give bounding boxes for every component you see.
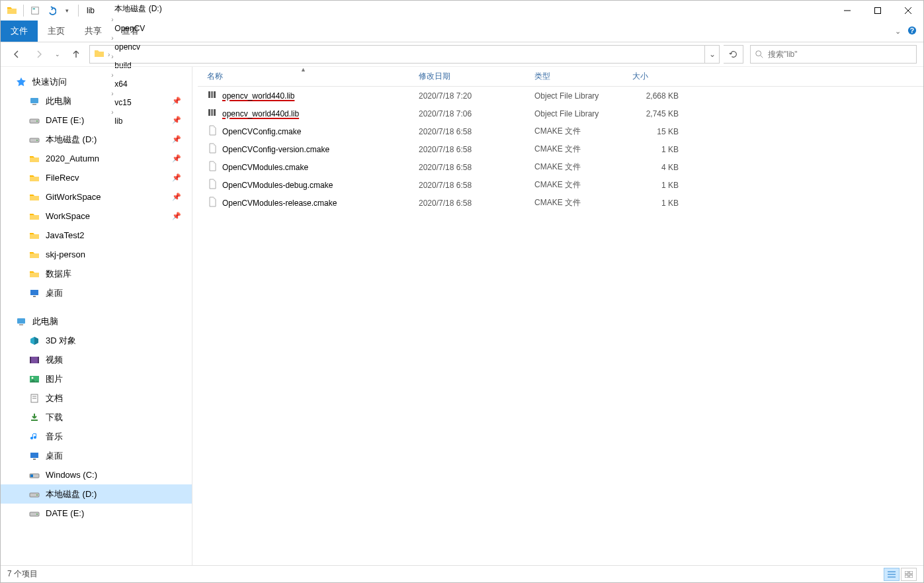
- breadcrumb-item[interactable]: OpenCV: [110, 24, 165, 33]
- nav-recent-dropdown[interactable]: ⌄: [52, 45, 63, 64]
- svg-rect-40: [208, 109, 210, 116]
- svg-rect-38: [211, 91, 213, 98]
- minimize-button[interactable]: [832, 1, 862, 21]
- file-icon: [207, 125, 218, 138]
- sidebar-item[interactable]: 数据库: [1, 264, 192, 283]
- nav-forward-button[interactable]: [30, 45, 48, 64]
- close-button[interactable]: [893, 1, 923, 21]
- col-header-size[interactable]: 大小: [623, 67, 689, 86]
- sidebar-item[interactable]: 本地磁盘 (D:): [1, 484, 192, 504]
- folder-icon: [28, 173, 40, 183]
- search-input[interactable]: 搜索"lib": [750, 45, 917, 64]
- address-dropdown-icon[interactable]: ⌄: [704, 46, 719, 63]
- sidebar-item[interactable]: 音乐: [1, 427, 192, 446]
- file-row[interactable]: opencv_world440.lib2020/7/18 7:20Object …: [198, 87, 923, 105]
- sidebar[interactable]: 快速访问此电脑📌DATE (E:)📌本地磁盘 (D:)📌2020_Autumn📌…: [1, 67, 192, 565]
- sidebar-item[interactable]: skj-person: [1, 245, 192, 264]
- pin-icon: 📌: [172, 173, 181, 182]
- music-icon: [28, 431, 40, 442]
- tab-home[interactable]: 主页: [38, 21, 75, 42]
- refresh-button[interactable]: [724, 45, 743, 64]
- qat-properties-icon[interactable]: [28, 3, 42, 18]
- file-date: 2020/7/18 6:58: [409, 163, 525, 172]
- file-row[interactable]: OpenCVModules-debug.cmake2020/7/18 6:58C…: [198, 176, 923, 194]
- sidebar-item[interactable]: 桌面: [1, 283, 192, 302]
- sidebar-item[interactable]: 图片: [1, 369, 192, 388]
- sidebar-item[interactable]: 本地磁盘 (D:)📌: [1, 130, 192, 149]
- breadcrumb-sep[interactable]: ›: [110, 0, 114, 3]
- file-icon: [207, 161, 218, 173]
- col-header-name[interactable]: 名称▲: [198, 67, 409, 86]
- breadcrumb-sep[interactable]: ›: [110, 34, 114, 42]
- divider: [78, 5, 79, 17]
- maximize-button[interactable]: [862, 1, 893, 21]
- svg-rect-46: [905, 571, 908, 574]
- file-icon: [207, 179, 218, 191]
- file-row[interactable]: OpenCVConfig.cmake2020/7/18 6:58CMAKE 文件…: [198, 122, 923, 140]
- sidebar-item[interactable]: DATE (E:): [1, 504, 192, 523]
- file-row[interactable]: OpenCVModules-release.cmake2020/7/18 6:5…: [198, 194, 923, 212]
- search-placeholder: 搜索"lib": [768, 49, 798, 60]
- sidebar-this-pc[interactable]: 此电脑: [1, 312, 192, 331]
- file-date: 2020/7/18 7:06: [409, 109, 525, 118]
- svg-rect-37: [208, 91, 210, 98]
- desktop-icon: [28, 288, 40, 298]
- sidebar-item[interactable]: DATE (E:)📌: [1, 111, 192, 130]
- sidebar-item[interactable]: FileRecv📌: [1, 168, 192, 187]
- file-row[interactable]: OpenCVConfig-version.cmake2020/7/18 6:58…: [198, 140, 923, 158]
- ribbon-expand-icon[interactable]: ⌄: [895, 27, 901, 36]
- file-name: opencv_world440.lib: [222, 91, 294, 101]
- svg-rect-17: [33, 296, 36, 297]
- file-row[interactable]: OpenCVModules.cmake2020/7/18 6:58CMAKE 文…: [198, 158, 923, 176]
- file-row[interactable]: opencv_world440d.lib2020/7/18 7:06Object…: [198, 105, 923, 122]
- sidebar-item[interactable]: WorkSpace📌: [1, 206, 192, 226]
- view-details-button[interactable]: [884, 568, 900, 581]
- sidebar-item[interactable]: Windows (C:): [1, 465, 192, 484]
- qat-undo-icon[interactable]: [44, 3, 58, 18]
- sidebar-quick-access[interactable]: 快速访问: [1, 72, 192, 91]
- sidebar-item[interactable]: 3D 对象: [1, 331, 192, 350]
- svg-rect-48: [905, 575, 908, 578]
- pin-icon: 📌: [172, 212, 181, 220]
- docs-icon: [28, 393, 40, 404]
- help-icon[interactable]: ?: [907, 26, 917, 37]
- lib-icon: [207, 89, 218, 102]
- sidebar-item[interactable]: 下载: [1, 408, 192, 427]
- svg-point-24: [32, 377, 34, 379]
- address-bar[interactable]: › 此电脑›本地磁盘 (D:)›OpenCV›opencv›build›x64›…: [89, 45, 720, 64]
- svg-rect-16: [30, 290, 38, 295]
- sidebar-item[interactable]: JavaTest2: [1, 226, 192, 245]
- col-header-type[interactable]: 类型: [525, 67, 623, 86]
- svg-rect-42: [214, 109, 216, 116]
- sidebar-item[interactable]: 文档: [1, 388, 192, 408]
- svg-rect-10: [30, 98, 38, 103]
- folder-icon: [28, 211, 40, 222]
- file-name: OpenCVModules-debug.cmake: [222, 181, 333, 190]
- breadcrumb-sep[interactable]: ›: [110, 16, 114, 23]
- folder-icon: [5, 3, 19, 18]
- breadcrumb-sep[interactable]: ›: [110, 53, 114, 60]
- file-name: OpenCVModules.cmake: [222, 163, 308, 172]
- file-list[interactable]: 名称▲ 修改日期 类型 大小 opencv_world440.lib2020/7…: [198, 67, 923, 565]
- sidebar-item[interactable]: 视频: [1, 350, 192, 369]
- splitter[interactable]: [192, 67, 198, 565]
- tab-file[interactable]: 文件: [1, 21, 38, 42]
- col-header-date[interactable]: 修改日期: [409, 67, 525, 86]
- nav-back-button[interactable]: [7, 45, 26, 64]
- sidebar-item[interactable]: 桌面: [1, 446, 192, 465]
- qat-dropdown-icon[interactable]: ▾: [60, 3, 74, 18]
- tab-share[interactable]: 共享: [75, 21, 112, 42]
- sidebar-item[interactable]: 此电脑📌: [1, 91, 192, 111]
- breadcrumb-item[interactable]: opencv: [110, 42, 165, 52]
- svg-text:?: ?: [910, 26, 914, 34]
- nav-up-button[interactable]: [67, 45, 85, 64]
- file-size: 4 KB: [623, 163, 689, 172]
- sidebar-item[interactable]: GitWorkSpace📌: [1, 187, 192, 206]
- view-thumbnails-button[interactable]: [901, 568, 917, 581]
- svg-point-13: [36, 120, 38, 122]
- sidebar-item[interactable]: 2020_Autumn📌: [1, 149, 192, 168]
- svg-rect-30: [33, 459, 36, 460]
- breadcrumb-item[interactable]: 本地磁盘 (D:): [110, 3, 165, 15]
- file-icon: [207, 143, 218, 156]
- svg-line-9: [761, 56, 763, 58]
